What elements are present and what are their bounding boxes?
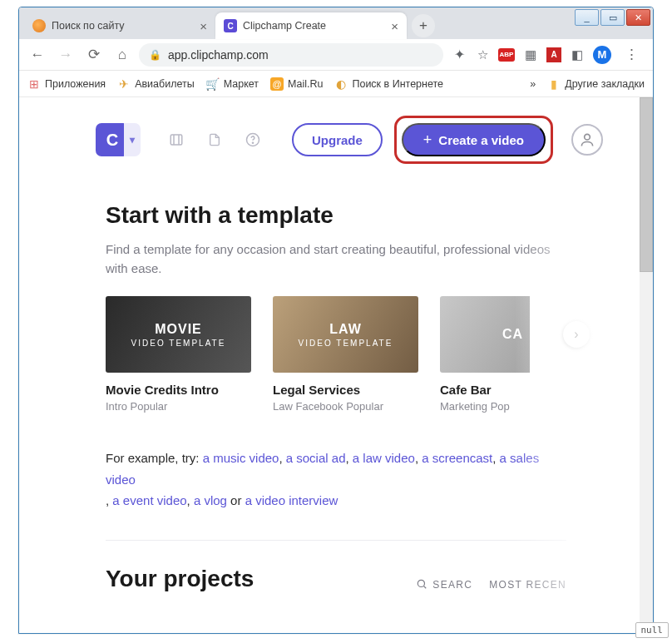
template-card[interactable]: CA Cafe Bar Marketing Pop: [440, 296, 530, 413]
search-label: SEARC: [432, 579, 472, 591]
nav-home-button[interactable]: ⌂: [111, 43, 134, 67]
overflow-label: »: [530, 78, 536, 90]
browser-tab-active[interactable]: C Clipchamp Create ×: [215, 12, 407, 39]
create-video-label: Create a video: [438, 133, 524, 147]
example-link[interactable]: a social ad: [286, 451, 346, 465]
example-link[interactable]: a video interview: [245, 493, 338, 507]
browser-menu-button[interactable]: ⋮: [620, 43, 643, 67]
nav-forward-button[interactable]: →: [54, 43, 77, 67]
file-nav-icon[interactable]: [200, 126, 229, 154]
example-link[interactable]: a screencast: [422, 451, 492, 465]
example-link[interactable]: a music video: [203, 451, 279, 465]
template-thumbnail: MOVIE VIDEO TEMPLATE: [106, 296, 251, 373]
svg-point-4: [252, 142, 253, 143]
template-title: Movie Credits Intro: [106, 383, 251, 397]
tab-close-icon[interactable]: ×: [391, 19, 398, 33]
translate-icon[interactable]: ✦: [452, 47, 467, 62]
templates-section: Start with a template Find a template fo…: [19, 172, 653, 413]
logo-letter: C: [106, 131, 118, 150]
user-avatar-button[interactable]: [571, 124, 603, 156]
tracker-icon[interactable]: ◧: [570, 47, 585, 62]
svg-rect-0: [170, 135, 182, 145]
bookmark-item[interactable]: ◐ Поиск в Интернете: [334, 77, 443, 91]
window-minimize-button[interactable]: _: [575, 9, 599, 26]
example-link[interactable]: a law video: [353, 451, 415, 465]
browser-window: _ ▭ ✕ Поиск по сайту × C Clipchamp Creat…: [18, 7, 654, 634]
upgrade-button[interactable]: Upgrade: [292, 123, 383, 156]
projects-search-button[interactable]: SEARC: [416, 578, 472, 592]
template-card[interactable]: LAW VIDEO TEMPLATE Legal Services Law Fa…: [273, 296, 418, 413]
template-tags: Law Facebook Popular: [273, 400, 418, 413]
template-card[interactable]: MOVIE VIDEO TEMPLATE Movie Credits Intro…: [106, 296, 251, 413]
templates-subtext: Find a template for any occasion and sta…: [106, 240, 566, 278]
videos-nav-icon[interactable]: [162, 126, 190, 154]
bookmark-item[interactable]: ✈ Авиабилеты: [117, 77, 195, 91]
create-video-button[interactable]: + Create a video: [402, 123, 546, 156]
bookmark-label: Другие закладки: [565, 78, 645, 90]
bookmark-star-icon[interactable]: ☆: [475, 47, 490, 62]
adblock-icon[interactable]: ABP: [498, 48, 515, 62]
tab-close-icon[interactable]: ×: [200, 19, 207, 33]
window-maximize-button[interactable]: ▭: [600, 9, 625, 26]
thumb-title: CA: [502, 327, 523, 342]
template-thumbnail: CA: [440, 296, 530, 373]
bookmarks-overflow-button[interactable]: »: [530, 78, 536, 90]
scrollbar-track[interactable]: [640, 97, 653, 633]
window-close-button[interactable]: ✕: [626, 9, 650, 26]
extension-icons: ✦ ☆ ABP ▦ A ◧ M ⋮: [448, 43, 646, 67]
cart-icon: 🛒: [206, 77, 220, 91]
tab-strip: Поиск по сайту × C Clipchamp Create × +: [19, 7, 653, 39]
sort-label: MOST RECEN: [489, 579, 566, 591]
templates-heading: Start with a template: [106, 202, 566, 229]
apps-grid-icon: ⊞: [27, 77, 41, 91]
bookmark-item[interactable]: ⊞ Приложения: [27, 77, 106, 91]
projects-sort-dropdown[interactable]: MOST RECEN: [489, 579, 566, 591]
carousel-next-button[interactable]: ›: [563, 321, 590, 348]
plus-icon: +: [423, 131, 432, 149]
bookmark-item[interactable]: @ Mail.Ru: [270, 77, 323, 91]
help-icon[interactable]: [239, 126, 267, 154]
browser-tab[interactable]: Поиск по сайту ×: [24, 12, 215, 39]
bookmark-label: Приложения: [45, 78, 106, 90]
new-tab-button[interactable]: +: [412, 14, 435, 37]
projects-header: Your projects SEARC MOST RECEN: [19, 541, 653, 592]
examples-text: For example, try: a music video, a socia…: [106, 448, 566, 512]
template-cards-carousel: MOVIE VIDEO TEMPLATE Movie Credits Intro…: [106, 296, 566, 413]
bookmark-label: Маркет: [224, 78, 259, 90]
thumb-subtitle: VIDEO TEMPLATE: [131, 339, 226, 348]
thumb-title: LAW: [299, 322, 393, 337]
upgrade-label: Upgrade: [312, 133, 363, 147]
bookmark-label: Mail.Ru: [288, 78, 323, 90]
profile-avatar-icon[interactable]: M: [593, 46, 611, 64]
pdf-extension-icon[interactable]: A: [546, 47, 561, 62]
app-header: C ▾ Upgrade +: [19, 97, 653, 172]
chevron-down-icon[interactable]: ▾: [124, 123, 141, 156]
bookmarks-bar: ⊞ Приложения ✈ Авиабилеты 🛒 Маркет @ Mai…: [19, 71, 653, 97]
app-logo[interactable]: C ▾: [96, 123, 129, 156]
example-link[interactable]: a event video: [112, 493, 186, 507]
template-tags: Marketing Pop: [440, 400, 530, 413]
svg-point-5: [585, 134, 590, 140]
nav-back-button[interactable]: ←: [26, 43, 49, 67]
search-icon: [416, 578, 427, 592]
bookmark-item[interactable]: 🛒 Маркет: [206, 77, 259, 91]
nav-reload-button[interactable]: ⟳: [82, 43, 106, 67]
template-tags: Intro Popular: [106, 400, 251, 413]
tab-title: Clipchamp Create: [243, 20, 326, 32]
bookmark-label: Поиск в Интернете: [352, 78, 443, 90]
search-bookmark-icon: ◐: [334, 77, 348, 91]
bookmark-label: Авиабилеты: [135, 78, 195, 90]
other-bookmarks-button[interactable]: ▮ Другие закладки: [547, 77, 645, 91]
url-input[interactable]: 🔒 app.clipchamp.com: [139, 43, 443, 67]
example-link[interactable]: a vlog: [194, 493, 227, 507]
window-controls: _ ▭ ✕: [572, 7, 653, 27]
null-tooltip: null: [635, 622, 670, 638]
projects-heading: Your projects: [106, 566, 254, 592]
extension-icon[interactable]: ▦: [523, 47, 538, 62]
mail-icon: @: [270, 77, 284, 91]
thumb-subtitle: VIDEO TEMPLATE: [299, 339, 393, 348]
template-thumbnail: LAW VIDEO TEMPLATE: [273, 296, 418, 373]
favicon-icon: C: [224, 19, 237, 32]
page-viewport: C ▾ Upgrade +: [19, 97, 653, 633]
chevron-right-icon: ›: [574, 327, 578, 342]
